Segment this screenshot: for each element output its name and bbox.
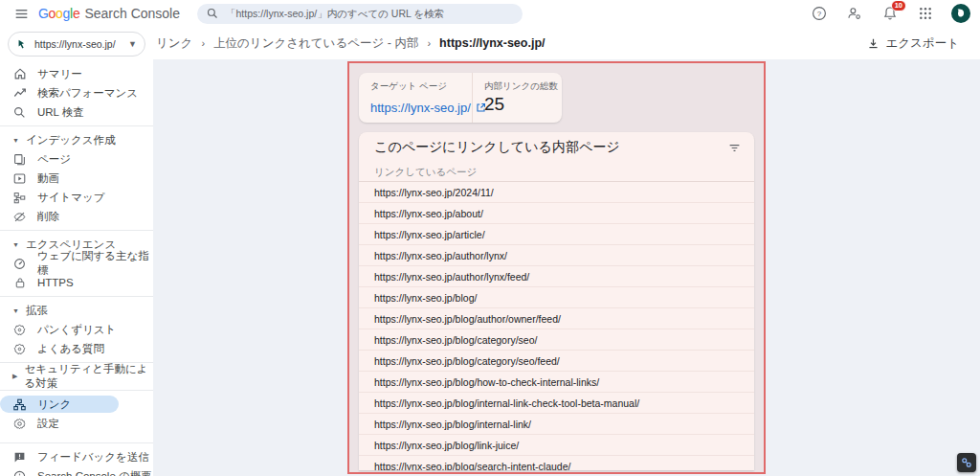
video-icon <box>12 171 27 186</box>
rich-result-icon <box>12 342 27 356</box>
table-row[interactable]: https://lynx-seo.jp/blog/ <box>359 287 754 308</box>
property-type-icon <box>17 39 28 50</box>
table-row[interactable]: https://lynx-seo.jp/author/lynx/feed/ <box>359 266 754 287</box>
linking-pages-card: このページにリンクしている内部ページ リンクしているページ https://ly… <box>359 132 754 470</box>
help-icon[interactable]: ? <box>810 4 829 23</box>
caret-down-icon: ▼ <box>12 241 20 248</box>
linking-pages-title: このページにリンクしている内部ページ <box>374 139 620 156</box>
main-area: リンク › 上位のリンクされているページ - 内部 › https://lynx… <box>153 27 980 476</box>
sidebar-section-security[interactable]: ▶ セキュリティと手動による対策 <box>0 368 153 385</box>
sidebar-item-search-performance[interactable]: 検索パフォーマンス <box>0 84 153 102</box>
sidebar-item-video[interactable]: 動画 <box>0 170 153 187</box>
url-search-bar[interactable] <box>197 4 523 24</box>
table-row[interactable]: https://lynx-seo.jp/blog/author/owner/fe… <box>359 308 754 329</box>
table-row[interactable]: https://lynx-seo.jp/blog/internal-link-c… <box>359 393 754 414</box>
sidebar-item-settings[interactable]: 設定 <box>0 415 153 432</box>
divider <box>0 442 153 443</box>
top-app-bar: Google Search Console ? 10 <box>0 0 980 27</box>
gear-icon <box>12 417 27 431</box>
logo-letter: G <box>38 6 49 21</box>
table-row[interactable]: https://lynx-seo.jp/blog/internal-link/ <box>359 414 754 435</box>
removals-icon <box>12 210 27 224</box>
google-search-console-app: Google Search Console ? 10 <box>0 0 980 476</box>
export-label: エクスポート <box>886 35 959 52</box>
sidebar-item-send-feedback[interactable]: フィードバックを送信 <box>0 448 153 465</box>
divider <box>0 390 153 391</box>
sidebar-item-label: リンク <box>37 397 71 412</box>
table-row[interactable]: https://lynx-seo.jp/blog/category/seo/fe… <box>359 351 754 372</box>
app-logo[interactable]: Google Search Console <box>38 6 180 21</box>
total-internal-links-label: 内部リンクの総数 ? <box>484 80 562 93</box>
svg-text:?: ? <box>817 10 822 18</box>
sidebar-section-label: 拡張 <box>26 304 48 318</box>
table-row[interactable]: https://lynx-seo.jp/blog/link-juice/ <box>359 435 754 456</box>
notifications-badge: 10 <box>891 0 906 11</box>
table-row[interactable]: https://lynx-seo.jp/blog/category/seo/ <box>359 329 754 351</box>
table-row[interactable]: https://lynx-seo.jp/2024/11/ <box>359 182 754 203</box>
column-header-linking-page[interactable]: リンクしているページ <box>359 163 754 182</box>
sidebar-section-label: セキュリティと手動による対策 <box>25 362 153 391</box>
chevron-down-icon: ▼ <box>128 39 137 49</box>
sidebar-item-removals[interactable]: 削除 <box>0 208 153 225</box>
total-internal-links-cell: 内部リンクの総数 ? 25 <box>472 73 562 123</box>
divider <box>0 296 153 297</box>
total-internal-links-value: 25 <box>484 94 562 115</box>
logo-letter: g <box>63 6 71 21</box>
sidebar-item-label: ページ <box>37 152 71 167</box>
breadcrumb-item-links[interactable]: リンク <box>156 35 192 52</box>
user-settings-icon[interactable] <box>845 4 864 23</box>
performance-chart-icon <box>12 86 27 101</box>
feedback-icon <box>12 450 27 465</box>
table-row[interactable]: https://lynx-seo.jp/article/ <box>359 224 754 245</box>
logo-letter: o <box>56 6 63 21</box>
breadcrumb-separator: › <box>201 37 205 49</box>
sidebar-section-enhancements[interactable]: ▼ 拡張 <box>0 302 153 319</box>
sidebar-nav: サマリー 検索パフォーマンス URL 検査 ▼ インデックス作成 ペ <box>0 64 153 476</box>
translate-extension-icon[interactable] <box>957 453 976 472</box>
sidebar-item-faq[interactable]: よくある質問 <box>0 340 153 357</box>
sidebar-section-indexing[interactable]: ▼ インデックス作成 <box>0 131 153 148</box>
sidebar-item-label: Search Console の概要 <box>37 469 152 476</box>
search-input[interactable] <box>226 8 513 19</box>
sidebar-item-about-search-console[interactable]: Search Console の概要 <box>0 467 153 476</box>
divider <box>0 125 153 126</box>
table-row[interactable]: https://lynx-seo.jp/blog/search-intent-c… <box>359 456 754 470</box>
sidebar-item-breadcrumbs[interactable]: パンくずリスト <box>0 321 153 338</box>
filter-icon[interactable] <box>728 142 741 154</box>
sidebar-item-sitemaps[interactable]: サイトマップ <box>0 189 153 206</box>
google-apps-grid-icon[interactable] <box>916 4 935 23</box>
sidebar-item-summary[interactable]: サマリー <box>0 65 153 82</box>
search-icon <box>207 8 218 19</box>
home-icon <box>12 67 27 81</box>
target-page-link[interactable]: https://lynx-seo.jp/ <box>370 101 460 115</box>
lock-icon <box>12 276 27 290</box>
table-row[interactable]: https://lynx-seo.jp/about/ <box>359 203 754 224</box>
caret-right-icon: ▶ <box>12 373 19 380</box>
target-page-summary-card: ターゲット ページ https://lynx-seo.jp/ 内部リンクの総数 <box>359 73 562 123</box>
sidebar-item-links[interactable]: リンク <box>0 396 119 413</box>
logo-letter: e <box>73 6 80 21</box>
content-area: ターゲット ページ https://lynx-seo.jp/ 内部リンクの総数 <box>153 59 980 476</box>
sidebar-item-pages[interactable]: ページ <box>0 150 153 168</box>
breadcrumb-item-top-linked-pages[interactable]: 上位のリンクされているページ - 内部 <box>213 35 418 52</box>
breadcrumb-row: リンク › 上位のリンクされているページ - 内部 › https://lynx… <box>153 27 980 59</box>
notifications-bell-icon[interactable]: 10 <box>880 4 900 23</box>
breadcrumb-separator: › <box>427 37 431 49</box>
sidebar-item-core-web-vitals[interactable]: ウェブに関する主な指標 <box>0 255 153 272</box>
sidebar-item-label: サマリー <box>37 67 82 81</box>
hamburger-menu-icon[interactable] <box>8 2 34 25</box>
sidebar-item-label: パンくずリスト <box>37 323 116 337</box>
annotation-highlight-box: ターゲット ページ https://lynx-seo.jp/ 内部リンクの総数 <box>347 61 766 474</box>
magnifier-icon <box>12 105 27 120</box>
table-row[interactable]: https://lynx-seo.jp/author/lynx/ <box>359 245 754 266</box>
sidebar-item-url-inspection[interactable]: URL 検査 <box>0 103 153 121</box>
speedometer-icon <box>12 257 27 271</box>
export-button[interactable]: エクスポート <box>861 32 965 56</box>
sidebar-item-label: HTTPS <box>37 277 74 288</box>
table-row[interactable]: https://lynx-seo.jp/blog/how-to-check-in… <box>359 372 754 393</box>
account-avatar[interactable] <box>951 4 970 23</box>
sidebar-item-https[interactable]: HTTPS <box>0 274 153 291</box>
caret-down-icon: ▼ <box>12 307 20 314</box>
sidebar-item-label: 削除 <box>37 210 59 224</box>
property-selector[interactable]: https://lynx-seo.jp/ ▼ <box>8 32 145 57</box>
